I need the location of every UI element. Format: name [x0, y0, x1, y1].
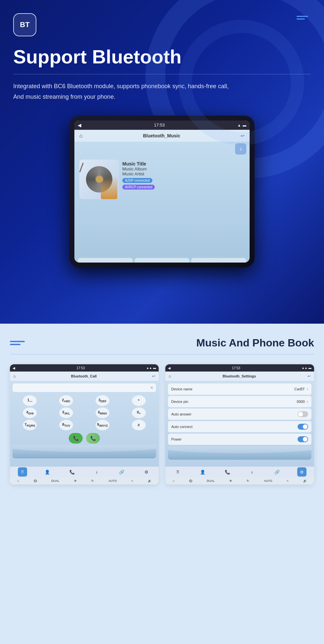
key-4[interactable]: 4GHI — [23, 408, 37, 418]
wave-decoration-settings — [168, 447, 311, 460]
settings-home-icon[interactable]: ⌂ — [169, 374, 171, 378]
wave-decoration-call — [13, 445, 156, 458]
key-0[interactable]: 0+ — [132, 408, 146, 418]
auto-connect-toggle[interactable] — [298, 424, 308, 430]
device-pin-label: Device pin — [171, 400, 188, 404]
bottom-section: Music And Phone Book ◀ 17:53 ▲▲ ▬ ⌂ Blue… — [0, 324, 324, 644]
call-nav-music[interactable]: ♪ — [92, 467, 101, 477]
hero-divider — [13, 74, 311, 74]
call-bottom-snow[interactable]: ❄ — [74, 479, 77, 483]
call-bottom-power[interactable]: ⏻ — [34, 479, 37, 483]
line-1 — [10, 341, 25, 342]
screen-content: Music Title Music Album Music Artist A2D… — [74, 156, 250, 255]
key-6[interactable]: 6MNO — [96, 408, 109, 418]
section-divider — [10, 354, 314, 354]
call-bottom-fan[interactable]: ≈ — [132, 479, 133, 483]
device-pin-row[interactable]: Device pin 0000 › — [168, 396, 311, 407]
settings-back-icon[interactable]: ↩ — [307, 374, 311, 378]
status-icons: ▲ ▬ — [237, 123, 246, 127]
call-nav-contacts[interactable]: 👤 — [43, 467, 52, 477]
call-content: ✕ 1— 2ABC 3DEF * 4GHI 5JKL 6MNO 0+ 7PQRS… — [10, 381, 159, 467]
device-name-row[interactable]: Device name CarBT › — [168, 383, 311, 395]
settings-status-time: 17:53 — [232, 366, 240, 370]
key-5[interactable]: 5JKL — [59, 408, 73, 418]
hamburger-menu[interactable] — [294, 13, 311, 22]
call-bottom-dual: DUAL — [51, 479, 59, 483]
key-7[interactable]: 7PQRS — [23, 420, 37, 430]
wifi-icon: ▲ — [237, 123, 241, 127]
auto-answer-toggle[interactable] — [298, 411, 308, 417]
settings-status-back[interactable]: ◀ — [168, 366, 171, 370]
power-toggle[interactable] — [298, 436, 308, 442]
settings-nav-music[interactable]: ♪ — [248, 467, 257, 477]
settings-bottom-snow[interactable]: ❄ — [229, 479, 232, 483]
call-search-bar[interactable]: ✕ — [13, 383, 156, 392]
settings-bottom-fan[interactable]: ≈ — [287, 479, 289, 483]
play-button[interactable]: ▶ — [135, 258, 190, 263]
settings-nav-settings[interactable]: ⚙ — [297, 467, 306, 477]
call-nav-settings[interactable]: ⚙ — [142, 467, 151, 477]
settings-bottom-recycle[interactable]: ↻ — [247, 479, 249, 483]
settings-nav-link[interactable]: 🔗 — [272, 467, 282, 477]
call-wifi-icon: ▲▲ — [146, 366, 152, 370]
call-bottom-vol[interactable]: 🔊 — [148, 479, 151, 483]
call-bottom-home[interactable]: ⌂ — [17, 479, 19, 483]
main-screen: ◀ 17:53 ▲ ▬ ⌂ Bluetooth_Music ↩ — [74, 121, 250, 263]
call-bottom-recycle[interactable]: ↻ — [91, 479, 94, 483]
call-nav-apps[interactable]: ⠿ — [18, 467, 27, 477]
section-title: Music And Phone Book — [196, 337, 314, 349]
settings-statusbar: ◀ 17:53 ▲▲ ▬ — [165, 364, 314, 372]
call-home-icon[interactable]: ⌂ — [13, 374, 16, 378]
settings-screen-title: Bluetooth_Settings — [223, 374, 256, 378]
settings-bottom-auto: AUTO — [264, 479, 272, 483]
car-bezel: ◀ 17:53 ▲ ▬ ⌂ Bluetooth_Music ↩ — [69, 116, 255, 268]
settings-battery-icon: ▬ — [308, 366, 311, 370]
auto-connect-label: Auto connect — [171, 425, 192, 429]
menu-line-2 — [297, 18, 305, 19]
album-art — [79, 160, 119, 199]
call-screen-wrapper: ◀ 17:53 ▲▲ ▬ ⌂ Bluetooth_Call ↩ ✕ 1— 2AB… — [10, 364, 159, 484]
section-lines-decoration — [10, 341, 25, 345]
call-back-icon[interactable]: ↩ — [152, 374, 155, 378]
track-artist: Music Artist — [122, 171, 245, 176]
settings-bottom-power[interactable]: ⏻ — [189, 479, 192, 483]
home-icon[interactable]: ⌂ — [79, 133, 83, 139]
player-controls: ⏮ ▶ ⏭ — [74, 255, 250, 263]
music-note-button[interactable]: ♪ — [235, 143, 246, 155]
key-1[interactable]: 1— — [23, 395, 37, 406]
settings-nav-apps[interactable]: ⠿ — [173, 467, 182, 477]
settings-navbar: ⠿ 👤 📞 ♪ 🔗 ⚙ — [165, 467, 314, 477]
settings-bottom-dual: DUAL — [207, 479, 215, 483]
status-back-btn[interactable]: ◀ — [78, 123, 81, 128]
call-navbar: ⠿ 👤 📞 ♪ 🔗 ⚙ — [10, 467, 159, 477]
track-title: Music Title — [122, 161, 245, 166]
key-hash[interactable]: # — [132, 420, 146, 430]
redial-button[interactable]: 📞 — [86, 433, 100, 444]
call-button[interactable]: 📞 — [69, 433, 83, 444]
menu-line-1 — [297, 16, 308, 17]
settings-wifi-icon: ▲▲ — [302, 366, 307, 370]
back-arrow-icon[interactable]: ↩ — [241, 133, 245, 138]
search-clear-icon[interactable]: ✕ — [150, 385, 153, 390]
bt-logo: BT — [13, 13, 36, 36]
call-screen-title: Bluetooth_Call — [71, 374, 97, 378]
settings-topbar: ⌂ Bluetooth_Settings ↩ — [165, 372, 314, 381]
key-star[interactable]: * — [132, 395, 146, 406]
call-nav-phone[interactable]: 📞 — [67, 467, 77, 477]
prev-button[interactable]: ⏮ — [78, 258, 133, 263]
screen-title: Bluetooth_Music — [143, 133, 180, 138]
key-3[interactable]: 3DEF — [96, 395, 109, 406]
settings-status-icons: ▲▲ ▬ — [302, 366, 311, 370]
settings-bottom-home[interactable]: ⌂ — [173, 479, 174, 483]
key-9[interactable]: 9WXYZ — [96, 420, 109, 430]
line-2 — [10, 344, 20, 345]
key-2[interactable]: 2ABC — [59, 395, 73, 406]
settings-bottom-vol[interactable]: 🔊 — [303, 479, 307, 483]
call-nav-link[interactable]: 🔗 — [117, 467, 126, 477]
settings-nav-phone[interactable]: 📞 — [223, 467, 232, 477]
call-bottom-auto: AUTO — [108, 479, 117, 483]
key-8[interactable]: 8TUV — [59, 420, 73, 430]
call-status-back[interactable]: ◀ — [13, 366, 15, 370]
next-button[interactable]: ⏭ — [191, 258, 246, 263]
settings-nav-contacts[interactable]: 👤 — [198, 467, 207, 477]
